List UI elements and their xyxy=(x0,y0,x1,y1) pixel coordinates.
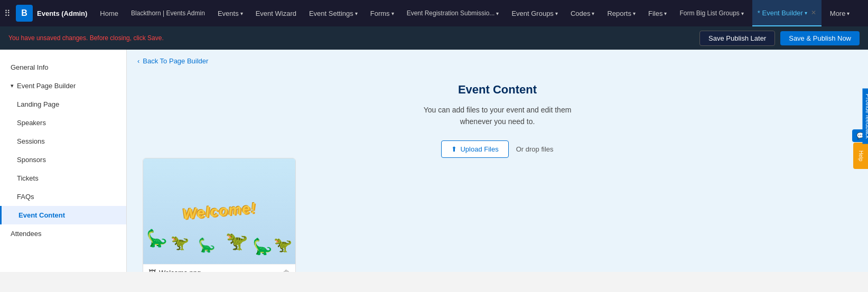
sidebar-item-event-content[interactable]: Event Content xyxy=(0,206,126,224)
nav-registration[interactable]: Event Registration Submissio... ▾ xyxy=(403,0,503,26)
nav-reports[interactable]: Reports ▾ xyxy=(603,0,640,26)
file-cards-container: Welcome! 🦕 🦖 🦕 🦖 🦕 🦖 🖼 Welcome.png xyxy=(127,158,868,272)
provide-feedback-tab[interactable]: Provide feedback xyxy=(863,89,869,144)
file-card: Welcome! 🦕 🦖 🦕 🦖 🦕 🦖 🖼 Welcome.png xyxy=(143,158,296,272)
upload-controls: ⬆ Upload Files Or drop files xyxy=(441,140,553,158)
sidebar-item-faqs[interactable]: FAQs xyxy=(0,187,126,206)
upload-files-button[interactable]: ⬆ Upload Files xyxy=(441,140,508,158)
sidebar-section-event-page-builder[interactable]: ▾ Event Page Builder xyxy=(0,77,126,95)
nav-wizard[interactable]: Event Wizard xyxy=(251,0,301,26)
save-later-button[interactable]: Save Publish Later xyxy=(699,31,775,46)
dino-2: 🦖 xyxy=(171,234,189,251)
nav-events[interactable]: Events ▾ xyxy=(213,0,247,26)
unsaved-warning: You have unsaved changes. Before closing… xyxy=(8,34,164,42)
save-publish-button[interactable]: Save & Publish Now xyxy=(780,31,860,45)
nav-form-big[interactable]: Form Big List Groups ▾ xyxy=(675,0,748,26)
file-name: Welcome.png xyxy=(159,269,201,272)
file-name-area: 🖼 Welcome.png xyxy=(148,269,201,272)
main-content-area: ‹ Back To Page Builder Event Content You… xyxy=(127,50,868,272)
dino-1: 🦕 xyxy=(146,228,167,248)
dino-4: 🦖 xyxy=(226,230,248,251)
nav-forms[interactable]: Forms ▾ xyxy=(366,0,398,26)
dino-scene: Welcome! 🦕 🦖 🦕 🦖 🦕 🦖 xyxy=(143,158,295,264)
save-bar: You have unsaved changes. Before closing… xyxy=(0,26,868,50)
sidebar-item-sponsors[interactable]: Sponsors xyxy=(0,150,126,169)
grid-icon[interactable]: ⠿ xyxy=(4,8,11,18)
sidebar: General Info ▾ Event Page Builder Landin… xyxy=(0,50,127,272)
upload-icon: ⬆ xyxy=(451,145,457,153)
welcome-text: Welcome! xyxy=(182,200,257,223)
dino-3: 🦕 xyxy=(198,237,215,253)
file-icon: 🖼 xyxy=(148,269,156,272)
sidebar-item-sessions[interactable]: Sessions xyxy=(0,132,126,150)
app-logo: B xyxy=(16,5,33,22)
file-preview: Welcome! 🦕 🦖 🦕 🦖 🦕 🦖 xyxy=(143,158,295,264)
sidebar-item-landing-page[interactable]: Landing Page xyxy=(0,95,126,114)
sidebar-item-tickets[interactable]: Tickets xyxy=(0,169,126,187)
top-nav: ⠿ B Events (Admin) Home Blackthorn | Eve… xyxy=(0,0,868,26)
help-tab[interactable]: Help xyxy=(853,143,868,169)
section-description: You can add files to your event and edit… xyxy=(424,104,572,128)
chevron-down-icon: ▾ xyxy=(11,82,14,89)
nav-event-builder[interactable]: * Event Builder ▾ ✕ xyxy=(752,0,822,26)
section-title: Event Content xyxy=(458,83,537,97)
nav-files[interactable]: Files ▾ xyxy=(644,0,671,26)
back-to-page-builder-link[interactable]: ‹ Back To Page Builder xyxy=(127,50,868,72)
file-delete-button[interactable]: 🗑 xyxy=(283,269,290,272)
nav-blackthorn[interactable]: Blackthorn | Events Admin xyxy=(127,0,209,26)
drop-files-text: Or drop files xyxy=(516,145,554,153)
nav-codes[interactable]: Codes ▾ xyxy=(566,0,599,26)
nav-home[interactable]: Home xyxy=(96,0,123,26)
dino-6: 🦖 xyxy=(274,236,292,253)
dino-5: 🦕 xyxy=(253,237,272,256)
nav-more[interactable]: More ▾ xyxy=(826,0,854,26)
sidebar-item-attendees[interactable]: Attendees xyxy=(0,224,126,243)
sidebar-item-speakers[interactable]: Speakers xyxy=(0,114,126,132)
back-arrow-icon: ‹ xyxy=(137,57,139,65)
app-name: Events (Admin) xyxy=(37,10,87,17)
upload-section: Event Content You can add files to your … xyxy=(127,72,868,158)
tab-close-event-builder[interactable]: ✕ xyxy=(811,9,816,16)
sidebar-item-general-info[interactable]: General Info xyxy=(0,58,126,77)
file-card-footer: 🖼 Welcome.png 🗑 xyxy=(143,264,295,272)
main-layout: General Info ▾ Event Page Builder Landin… xyxy=(0,50,868,272)
nav-groups[interactable]: Event Groups ▾ xyxy=(507,0,562,26)
nav-settings[interactable]: Event Settings ▾ xyxy=(305,0,362,26)
